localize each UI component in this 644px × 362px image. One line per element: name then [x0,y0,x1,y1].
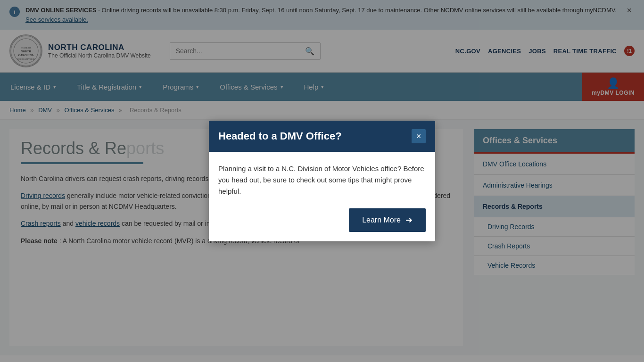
modal-body-text: Planning a visit to a N.C. Division of M… [218,163,426,197]
learn-more-arrow-icon: ➜ [405,215,413,225]
modal-header: Headed to a DMV Office? × [209,121,435,152]
modal-title: Headed to a DMV Office? [218,130,342,142]
modal-overlay: Headed to a DMV Office? × Planning a vis… [0,0,644,355]
modal-box: Headed to a DMV Office? × Planning a vis… [209,121,435,241]
modal-close-button[interactable]: × [412,129,426,143]
learn-more-button[interactable]: Learn More ➜ [349,208,426,232]
learn-more-label: Learn More [362,216,401,224]
modal-body: Planning a visit to a N.C. Division of M… [209,152,435,241]
